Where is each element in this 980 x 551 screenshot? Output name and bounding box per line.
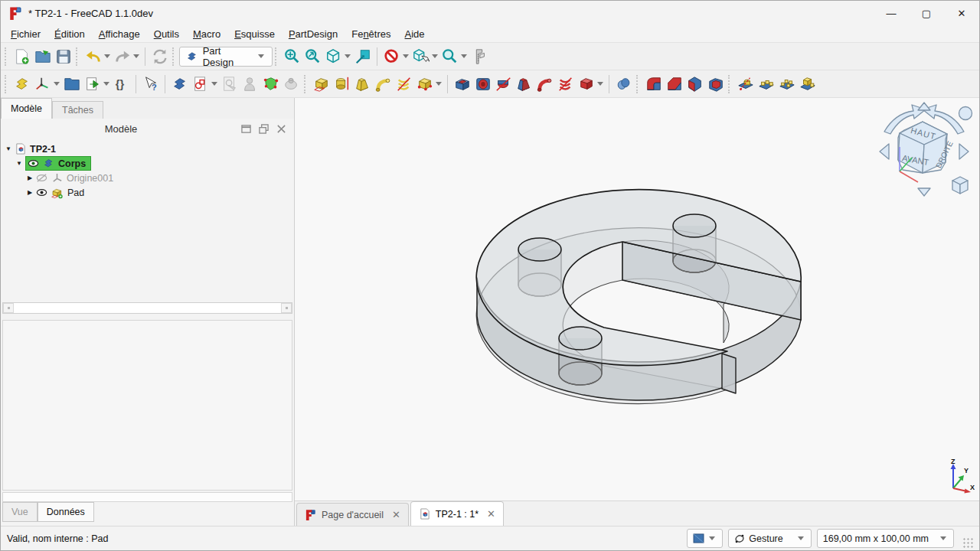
expander-icon[interactable]: ▶: [25, 189, 34, 196]
resize-grip[interactable]: [962, 537, 973, 548]
menu-aide[interactable]: Aide: [398, 27, 432, 41]
additive-primitive-button[interactable]: [414, 73, 435, 95]
axonometric-view-button[interactable]: [323, 46, 344, 67]
group-button[interactable]: [61, 73, 82, 95]
polar-pattern-button[interactable]: [776, 73, 797, 95]
linear-pattern-button[interactable]: [756, 73, 776, 95]
sketch-analysis-button[interactable]: [281, 73, 302, 95]
nav-mini-cube[interactable]: [952, 177, 968, 194]
close-tab-icon[interactable]: ✕: [487, 508, 495, 520]
additive-primitive-caret[interactable]: [436, 82, 442, 86]
scroll-right-button[interactable]: [281, 303, 292, 313]
tree-label[interactable]: Origine001: [67, 173, 113, 184]
tree-label[interactable]: TP2-1: [30, 144, 56, 155]
open-file-button[interactable]: [32, 46, 53, 67]
menu-outils[interactable]: Outils: [147, 27, 186, 41]
revolution-button[interactable]: [332, 73, 352, 95]
workbench-selector[interactable]: Part Design: [179, 47, 273, 67]
clipping-caret[interactable]: [403, 54, 409, 58]
draft-button[interactable]: [684, 73, 705, 95]
minimize-button[interactable]: —: [874, 1, 909, 25]
chamfer-button[interactable]: [664, 73, 684, 95]
tab-label[interactable]: Page d'accueil: [322, 510, 384, 520]
expander-icon[interactable]: ▼: [15, 160, 24, 167]
toolbar-grip[interactable]: [76, 47, 80, 66]
link-button[interactable]: [82, 73, 103, 95]
zoom-button[interactable]: [439, 46, 460, 67]
pocket-button[interactable]: [452, 73, 472, 95]
menu-edition[interactable]: Édition: [47, 27, 92, 41]
toolbar-grip[interactable]: [275, 47, 279, 66]
tree-row-origin[interactable]: ▶ Origine001: [4, 171, 294, 185]
dimensions-selector[interactable]: 169,00 mm x 100,00 mm: [817, 529, 954, 548]
subtractive-primitive-caret[interactable]: [597, 82, 603, 86]
close-tab-icon[interactable]: ✕: [392, 509, 400, 520]
tree-row-body[interactable]: ▼ Corps: [4, 156, 294, 171]
property-editor-panel[interactable]: [2, 320, 292, 491]
toolbar-grip[interactable]: [636, 75, 640, 93]
menu-fenetres[interactable]: Fenêtres: [345, 27, 397, 41]
fillet-button[interactable]: [643, 73, 664, 95]
fit-selection-button[interactable]: [302, 46, 323, 67]
dock-float-icon[interactable]: [259, 124, 269, 134]
thickness-button[interactable]: [705, 73, 726, 95]
toolbar-grip[interactable]: [5, 47, 8, 66]
mirrored-button[interactable]: [735, 73, 756, 95]
dock-collapse-icon[interactable]: [241, 124, 251, 134]
sync-view-button[interactable]: [352, 46, 373, 67]
tab-page-accueil[interactable]: Page d'accueil ✕: [296, 503, 409, 526]
close-button[interactable]: ✕: [944, 1, 979, 25]
clipping-plane-button[interactable]: [381, 46, 402, 67]
dock-view-button[interactable]: [410, 46, 431, 67]
map-sketch-button[interactable]: [240, 73, 260, 95]
nav-circle[interactable]: [959, 107, 972, 120]
tab-vue[interactable]: Vue: [2, 502, 38, 522]
nav-down-arrow[interactable]: [918, 188, 930, 196]
refresh-button[interactable]: [149, 46, 170, 67]
datum-caret[interactable]: [54, 82, 60, 86]
groove-button[interactable]: [493, 73, 514, 95]
maximize-button[interactable]: ▢: [909, 1, 944, 25]
create-sketch-button[interactable]: [190, 73, 211, 95]
nav-right-arrow[interactable]: [959, 144, 969, 159]
3d-viewport[interactable]: HAUT AVANT DROITE Z Y X: [295, 98, 979, 526]
toolbar-grip[interactable]: [304, 75, 308, 93]
tab-donnees[interactable]: Données: [38, 502, 94, 522]
draw-style-selector[interactable]: [687, 529, 723, 548]
menu-partdesign[interactable]: PartDesign: [282, 27, 345, 41]
undo-button[interactable]: [83, 46, 103, 67]
zoom-caret[interactable]: [461, 54, 467, 58]
save-button[interactable]: [53, 46, 74, 67]
tab-modele[interactable]: Modèle: [1, 98, 52, 119]
property-scrollbar[interactable]: [2, 492, 292, 502]
edit-sketch-button[interactable]: [219, 73, 240, 95]
scroll-thumb[interactable]: [14, 303, 281, 313]
tree-row-pad[interactable]: ▶ Pad: [4, 185, 294, 200]
menu-fichier[interactable]: Fichier: [4, 27, 47, 41]
redo-caret[interactable]: [133, 54, 139, 58]
toolbar-grip[interactable]: [728, 75, 732, 93]
link-caret[interactable]: [103, 82, 109, 86]
additive-pipe-button[interactable]: [373, 73, 394, 95]
shapebinder-button[interactable]: [11, 73, 32, 95]
tab-taches[interactable]: Tâches: [52, 101, 103, 119]
tab-label[interactable]: TP2-1 : 1*: [436, 509, 479, 520]
new-file-button[interactable]: [11, 46, 32, 67]
toolbar-grip[interactable]: [172, 47, 176, 66]
toolbar-grip[interactable]: [5, 75, 8, 93]
tree-label[interactable]: Corps: [58, 158, 86, 169]
menu-affichage[interactable]: Affichage: [92, 27, 147, 41]
redo-button[interactable]: [112, 46, 132, 67]
create-body-button[interactable]: [169, 73, 190, 95]
subtractive-primitive-button[interactable]: [576, 73, 596, 95]
subtractive-helix-button[interactable]: [555, 73, 576, 95]
additive-helix-button[interactable]: [394, 73, 414, 95]
dock-close-icon[interactable]: [276, 124, 286, 134]
scroll-left-button[interactable]: [3, 303, 14, 313]
tree-horizontal-scrollbar[interactable]: [2, 302, 292, 314]
navigation-style-selector[interactable]: Gesture: [728, 529, 811, 548]
pad-button[interactable]: [311, 73, 332, 95]
dock-view-caret[interactable]: [432, 54, 438, 58]
subtractive-pipe-button[interactable]: [534, 73, 555, 95]
menu-esquisse[interactable]: Esquisse: [227, 27, 282, 41]
